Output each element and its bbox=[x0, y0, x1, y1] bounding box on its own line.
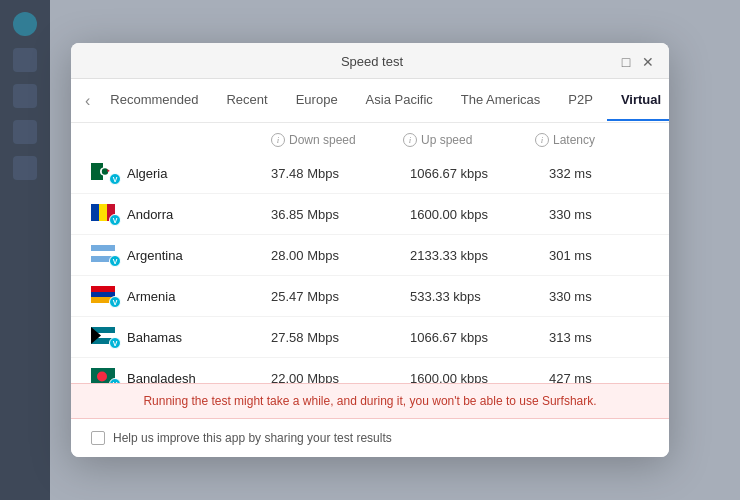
table-body[interactable]: V Algeria 37.48 Mbps 1066.67 kbps 332 ms… bbox=[71, 153, 669, 383]
country-cell: V Bahamas bbox=[91, 327, 271, 347]
modal-titlebar: Speed test □ ✕ bbox=[71, 43, 669, 79]
latency-cell: 330 ms bbox=[549, 207, 649, 222]
modal-title: Speed test bbox=[125, 54, 619, 69]
table-row[interactable]: V Bangladesh 22.00 Mbps 1600.00 kbps 427… bbox=[71, 358, 669, 383]
country-cell: V Armenia bbox=[91, 286, 271, 306]
tab-the-americas[interactable]: The Americas bbox=[447, 80, 554, 121]
flag-container: V bbox=[91, 163, 119, 183]
vpn-badge: V bbox=[109, 255, 121, 267]
svg-rect-8 bbox=[91, 245, 115, 251]
down-speed-cell: 25.47 Mbps bbox=[271, 289, 410, 304]
up-speed-cell: 1066.67 kbps bbox=[410, 166, 549, 181]
tab-asia-pacific[interactable]: Asia Pacific bbox=[352, 80, 447, 121]
latency-cell: 332 ms bbox=[549, 166, 649, 181]
flag-container: V bbox=[91, 368, 119, 383]
country-cell: V Argentina bbox=[91, 245, 271, 265]
table-header: i Down speed i Up speed i Latency bbox=[71, 123, 669, 153]
vpn-badge: V bbox=[109, 214, 121, 226]
country-name: Bangladesh bbox=[127, 371, 196, 384]
up-info-icon[interactable]: i bbox=[403, 133, 417, 147]
country-name: Bahamas bbox=[127, 330, 182, 345]
down-speed-cell: 28.00 Mbps bbox=[271, 248, 410, 263]
latency-info-icon[interactable]: i bbox=[535, 133, 549, 147]
col-header-up: i Up speed bbox=[403, 133, 535, 147]
tab-p2p[interactable]: P2P bbox=[554, 80, 607, 121]
up-speed-cell: 1066.67 kbps bbox=[410, 330, 549, 345]
country-name: Armenia bbox=[127, 289, 175, 304]
tab-virtual[interactable]: Virtual bbox=[607, 80, 669, 121]
country-cell: V Algeria bbox=[91, 163, 271, 183]
up-speed-cell: 533.33 kbps bbox=[410, 289, 549, 304]
country-cell: V Bangladesh bbox=[91, 368, 271, 383]
down-speed-cell: 37.48 Mbps bbox=[271, 166, 410, 181]
flag-container: V bbox=[91, 245, 119, 265]
table-row[interactable]: V Armenia 25.47 Mbps 533.33 kbps 330 ms bbox=[71, 276, 669, 317]
share-results-checkbox-group: Help us improve this app by sharing your… bbox=[91, 431, 392, 445]
flag-container: V bbox=[91, 286, 119, 306]
svg-point-3 bbox=[102, 168, 108, 174]
tabs-bar: ‹ Recommended Recent Europe Asia Pacific… bbox=[71, 79, 669, 123]
tab-recommended[interactable]: Recommended bbox=[96, 80, 212, 121]
flag-container: V bbox=[91, 204, 119, 224]
table-row[interactable]: V Argentina 28.00 Mbps 2133.33 kbps 301 … bbox=[71, 235, 669, 276]
col-header-latency: i Latency bbox=[535, 133, 635, 147]
down-speed-cell: 27.58 Mbps bbox=[271, 330, 410, 345]
down-info-icon[interactable]: i bbox=[271, 133, 285, 147]
share-results-checkbox[interactable] bbox=[91, 431, 105, 445]
latency-cell: 427 ms bbox=[549, 371, 649, 384]
titlebar-controls: □ ✕ bbox=[619, 55, 655, 69]
up-speed-cell: 1600.00 kbps bbox=[410, 371, 549, 384]
modal-footer: Help us improve this app by sharing your… bbox=[71, 419, 669, 457]
vpn-badge: V bbox=[109, 378, 121, 383]
table-row[interactable]: V Algeria 37.48 Mbps 1066.67 kbps 332 ms bbox=[71, 153, 669, 194]
country-cell: V Andorra bbox=[91, 204, 271, 224]
latency-cell: 301 ms bbox=[549, 248, 649, 263]
warning-bar: Running the test might take a while, and… bbox=[71, 383, 669, 419]
tab-europe[interactable]: Europe bbox=[282, 80, 352, 121]
latency-cell: 330 ms bbox=[549, 289, 649, 304]
up-speed-cell: 2133.33 kbps bbox=[410, 248, 549, 263]
table-row[interactable]: V Bahamas 27.58 Mbps 1066.67 kbps 313 ms bbox=[71, 317, 669, 358]
country-name: Argentina bbox=[127, 248, 183, 263]
vpn-badge: V bbox=[109, 173, 121, 185]
latency-cell: 313 ms bbox=[549, 330, 649, 345]
modal-overlay: Speed test □ ✕ ‹ Recommended Recent Euro… bbox=[0, 0, 740, 500]
vpn-badge: V bbox=[109, 296, 121, 308]
svg-point-19 bbox=[97, 372, 107, 382]
country-name: Andorra bbox=[127, 207, 173, 222]
down-speed-cell: 36.85 Mbps bbox=[271, 207, 410, 222]
minimize-button[interactable]: □ bbox=[619, 55, 633, 69]
col-header-down: i Down speed bbox=[271, 133, 403, 147]
vpn-badge: V bbox=[109, 337, 121, 349]
up-speed-cell: 1600.00 kbps bbox=[410, 207, 549, 222]
share-results-label: Help us improve this app by sharing your… bbox=[113, 431, 392, 445]
down-speed-cell: 22.00 Mbps bbox=[271, 371, 410, 384]
svg-rect-5 bbox=[91, 204, 99, 221]
tab-recent[interactable]: Recent bbox=[212, 80, 281, 121]
country-name: Algeria bbox=[127, 166, 167, 181]
close-button[interactable]: ✕ bbox=[641, 55, 655, 69]
flag-container: V bbox=[91, 327, 119, 347]
svg-rect-11 bbox=[91, 286, 115, 292]
speed-test-modal: Speed test □ ✕ ‹ Recommended Recent Euro… bbox=[71, 43, 669, 457]
svg-rect-6 bbox=[99, 204, 107, 221]
tab-nav-prev[interactable]: ‹ bbox=[79, 92, 96, 110]
table-row[interactable]: V Andorra 36.85 Mbps 1600.00 kbps 330 ms bbox=[71, 194, 669, 235]
